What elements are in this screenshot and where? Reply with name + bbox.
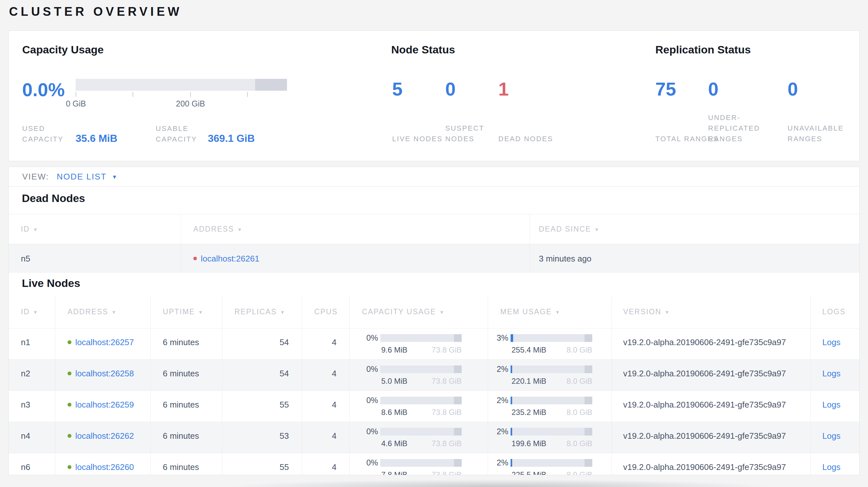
column-header-replicas[interactable]: REPLICAS ▼ [222, 295, 302, 328]
cpus-cell: 4 [302, 391, 350, 422]
logs-link[interactable]: Logs [822, 462, 840, 472]
capacity-usage-title: Capacity Usage [22, 42, 103, 57]
mem-total-value: 8.0 GiB [566, 408, 592, 417]
logs-cell: Logs [811, 453, 859, 475]
mem-bar-fill [510, 397, 512, 404]
node-address-cell: localhost:26258 [55, 360, 151, 390]
node-address-link[interactable]: localhost:26262 [75, 431, 134, 441]
live-status-icon [68, 371, 71, 376]
live-nodes-header-row: ID ▼ ADDRESS ▼ UPTIME ▼ REPLICAS ▼ CPUS … [9, 295, 859, 328]
live-status-icon [68, 434, 71, 438]
mem-bar-reserved [585, 334, 592, 342]
capacity-percent-label: 0% [350, 364, 380, 374]
replicas-cell: 55 [222, 453, 302, 475]
column-header-capacity-usage[interactable]: CAPACITY USAGE ▼ [350, 295, 488, 328]
axis-tick [75, 92, 76, 97]
logs-cell: Logs [811, 391, 859, 422]
usable-capacity-stat: USABLE CAPACITY 369.1 GiB [156, 123, 255, 144]
column-header-label: CAPACITY USAGE [362, 307, 436, 316]
table-row: n2 localhost:26258 6 minutes 54 4 0% [9, 359, 859, 390]
node-address-link[interactable]: localhost:26258 [75, 369, 134, 378]
chevron-down-icon: ▼ [112, 174, 117, 181]
logs-link[interactable]: Logs [822, 400, 840, 410]
node-address-link[interactable]: localhost:26261 [201, 254, 259, 263]
total-ranges-count: 75 [655, 79, 676, 99]
column-header-uptime[interactable]: UPTIME ▼ [151, 295, 222, 328]
used-capacity-label: USED CAPACITY [22, 123, 75, 144]
live-nodes-heading: Live Nodes [22, 276, 80, 290]
uptime-cell: 6 minutes [151, 360, 222, 390]
replicas-cell: 54 [222, 328, 302, 359]
mem-percent-label: 2% [488, 364, 510, 374]
bottom-shadow [225, 479, 772, 487]
node-address-link[interactable]: localhost:26260 [75, 462, 134, 472]
sort-icon: ▼ [555, 310, 560, 315]
axis-tick [247, 92, 248, 97]
column-header-version[interactable]: VERSION ▼ [612, 295, 811, 328]
dead-nodes-rows: n5 localhost:26261 3 minutes ago [9, 244, 859, 273]
replication-status-title: Replication Status [655, 42, 751, 57]
node-address-cell: localhost:26257 [55, 328, 151, 359]
column-header-label: ADDRESS [68, 307, 108, 316]
node-id-cell: n6 [9, 453, 55, 475]
column-header-id[interactable]: ID ▼ [9, 214, 181, 244]
column-header-label: DEAD SINCE [539, 225, 591, 233]
version-cell: v19.2.0-alpha.20190606-2491-gfe735c9a97 [612, 328, 811, 359]
dead-nodes-count: 1 [498, 79, 509, 99]
capacity-used-value: 4.6 MiB [380, 439, 407, 448]
column-header-label: ID [21, 225, 30, 233]
mem-bar-reserved [585, 459, 592, 467]
live-status-icon [68, 340, 71, 344]
capacity-axis: 0 GiB 200 GiB [75, 92, 287, 111]
node-address-link[interactable]: localhost:26259 [75, 400, 134, 410]
mem-used-value: 225.5 MiB [510, 470, 546, 475]
logs-cell: Logs [811, 422, 859, 453]
mem-usage-cell: 2% 225.5 MiB 8.0 GiB [488, 453, 612, 475]
capacity-percent-label: 0% [350, 458, 380, 467]
view-dropdown[interactable]: NODE LIST ▼ [57, 172, 117, 182]
logs-link[interactable]: Logs [822, 431, 840, 441]
capacity-bar-reserved [454, 397, 462, 404]
live-status-icon [68, 403, 71, 407]
live-nodes-count: 5 [392, 79, 402, 99]
node-address-link[interactable]: localhost:26257 [75, 337, 134, 347]
cpus-cell: 4 [302, 360, 350, 390]
table-row: n4 localhost:26262 6 minutes 53 4 0% [9, 422, 859, 453]
sort-icon: ▼ [439, 310, 445, 315]
column-header-id[interactable]: ID ▼ [9, 295, 55, 328]
node-address-cell: localhost:26259 [55, 391, 151, 422]
capacity-usage-cell: 0% 7.8 MiB 73.8 GiB [350, 453, 488, 475]
mem-bar-reserved [585, 365, 592, 373]
column-header-dead-since[interactable]: DEAD SINCE ▼ [530, 214, 859, 244]
mem-bar [510, 459, 592, 467]
cluster-summary-card: Capacity Usage Node Status Replication S… [8, 31, 860, 161]
node-id-cell: n5 [9, 244, 181, 273]
sort-icon: ▼ [198, 310, 204, 315]
dead-nodes-table: ID ▼ ADDRESS ▼ DEAD SINCE ▼ n5 localhost… [9, 214, 859, 273]
capacity-bar-reserved [454, 334, 462, 342]
usable-capacity-label: USABLE CAPACITY [156, 123, 208, 144]
capacity-usage-cell: 0% 8.6 MiB 73.8 GiB [350, 391, 488, 422]
column-header-address[interactable]: ADDRESS ▼ [55, 295, 151, 328]
node-address-cell: localhost:26262 [55, 422, 151, 453]
column-header-address[interactable]: ADDRESS ▼ [181, 214, 530, 244]
table-row: n6 localhost:26260 6 minutes 55 4 0% [9, 453, 859, 475]
column-header-mem-usage[interactable]: MEM USAGE ▼ [488, 295, 612, 328]
capacity-bar-reserved [454, 459, 462, 467]
mem-percent-label: 2% [488, 396, 510, 405]
under-replicated-count: 0 [708, 79, 718, 99]
column-header-label: REPLICAS [235, 307, 277, 316]
sort-icon: ▼ [665, 310, 670, 315]
capacity-bar [380, 365, 462, 373]
mem-total-value: 8.0 GiB [566, 439, 592, 448]
logs-link[interactable]: Logs [822, 369, 840, 378]
mem-used-value: 199.6 MiB [510, 439, 546, 448]
live-status-icon [68, 465, 71, 469]
table-row: n5 localhost:26261 3 minutes ago [9, 244, 859, 273]
node-id-cell: n1 [9, 328, 55, 359]
logs-link[interactable]: Logs [822, 337, 840, 347]
mem-usage-cell: 2% 199.6 MiB 8.0 GiB [488, 422, 612, 453]
live-nodes-stat: 5 LIVE NODES [392, 79, 402, 99]
node-status-title: Node Status [391, 42, 455, 57]
nodes-panel: Dead Nodes ID ▼ ADDRESS ▼ DEAD SINCE ▼ n… [8, 187, 860, 475]
